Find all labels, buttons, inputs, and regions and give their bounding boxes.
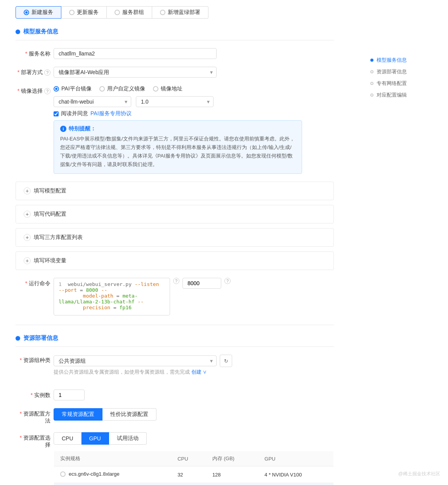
tab-normal-config[interactable]: 常规资源配置 xyxy=(54,408,102,421)
resource-group-row: 资源组种类 公共资源组 ↻ 提供公共资源组及专属资源组，如使用专属资源组，需先完… xyxy=(16,355,334,382)
nav-model-info[interactable]: 模型服务信息 xyxy=(370,54,432,66)
line-num: 1 xyxy=(59,281,62,287)
command-editor[interactable]: 1 webui/webui_server.py --listen --port … xyxy=(54,278,170,315)
radio-blue-green[interactable]: 新增蓝绿部署 xyxy=(152,6,208,19)
cmd-port-param: --port xyxy=(59,287,77,293)
cell-spec: ecs.gn6e-c12g1.3xlarge xyxy=(54,483,172,485)
cell-cpu: 12 xyxy=(171,483,206,485)
instances-input[interactable] xyxy=(54,390,85,400)
image-type-radio-group: PAI平台镜像 用户自定义镜像 镜像地址 xyxy=(54,85,334,92)
resource-group-select-wrap: 公共资源组 xyxy=(54,355,217,366)
addr-radio-circle xyxy=(153,86,158,92)
nav-config-edit[interactable]: 对应配置编辑 xyxy=(370,89,432,101)
nav-resource-info[interactable]: 资源部署信息 xyxy=(370,66,432,78)
pai-image-radio[interactable]: PAI平台镜像 xyxy=(54,85,92,92)
resource-group-label: 资源组种类 xyxy=(16,355,50,364)
radio-new-service[interactable]: 新建服务 xyxy=(16,6,61,19)
config-method-content: 常规资源配置 性价比资源配置 xyxy=(54,408,334,421)
nav-dot-2 xyxy=(370,70,373,73)
instances-label: 实例数 xyxy=(16,390,50,399)
collapse-code-config-header[interactable]: + 填写代码配置 xyxy=(16,205,333,223)
resource-config-select-content: CPU GPU 试用活动 实例规格 CPU 内存 (GB) GPU xyxy=(54,432,334,485)
collapse-model-config-header[interactable]: + 填写模型配置 xyxy=(16,182,333,200)
tab-cost-config[interactable]: 性价比资源配置 xyxy=(102,408,156,421)
command-row: 运行命令 1 webui/webui_server.py --listen --… xyxy=(16,278,334,315)
image-select-label: 镜像选择 ? xyxy=(16,85,50,95)
agreement-checkbox-row: 阅读并同意 PAI服务专用协议 xyxy=(54,110,334,117)
image-name-select[interactable]: chat-llm-webui xyxy=(54,96,131,107)
radio-circle xyxy=(69,10,75,15)
nav-network-config[interactable]: 专有网络配置 xyxy=(370,78,432,89)
deploy-method-content: 镜像部署AI-Web应用 xyxy=(54,67,334,78)
image-version-select-wrap: 1.0 xyxy=(136,96,214,107)
collapse-env-config: + 填写环境变量 xyxy=(16,251,334,270)
resource-section-header: 资源部署信息 xyxy=(16,334,334,347)
radio-circle xyxy=(160,10,165,15)
collapse-lib-plus-icon: + xyxy=(24,234,31,241)
cmd-base: webui/webui_server.py xyxy=(68,281,135,287)
agreement-link[interactable]: PAI服务专用协议 xyxy=(90,110,132,117)
top-radio-group[interactable]: 新建服务 更新服务 服务群组 新增蓝绿部署 xyxy=(16,6,334,19)
cell-mem: 92 xyxy=(206,483,258,485)
resource-section-dot xyxy=(16,336,20,341)
image-select-row: 镜像选择 ? PAI平台镜像 用户自定义镜像 镜像地址 xyxy=(16,85,334,174)
port-help-icon[interactable]: ? xyxy=(224,278,231,284)
tip-expand-icon[interactable]: ∨ xyxy=(203,369,207,375)
image-help-icon[interactable]: ? xyxy=(44,88,50,94)
cmd-eq2: = xyxy=(116,293,120,299)
notice-text: PAI-EAS中展示模型/数据集/文件均来源于第三方，阿里云不保证合规性。请您在… xyxy=(60,135,295,169)
radio-service-group[interactable]: 服务群组 xyxy=(107,6,152,19)
resource-group-select[interactable]: 公共资源组 xyxy=(54,355,217,366)
pai-radio-circle xyxy=(54,86,59,92)
collapse-lib-config-header[interactable]: + 填写三方库配置列表 xyxy=(16,229,333,246)
refresh-button[interactable]: ↻ xyxy=(220,355,232,367)
cell-spec: ecs.gn6v-c8g1.8xlarge xyxy=(54,466,172,483)
instances-content xyxy=(54,390,334,400)
resource-group-content: 公共资源组 ↻ 提供公共资源组及专属资源组，如使用专属资源组，需先完成 创建 ∨ xyxy=(54,355,334,382)
row-radio-0[interactable] xyxy=(60,471,66,477)
port-input[interactable] xyxy=(182,278,221,289)
collapse-plus-icon: + xyxy=(24,187,31,194)
service-name-row: 服务名称 xyxy=(16,48,334,59)
table-row[interactable]: ecs.gn6e-c12g1.3xlarge 12 92 1 * NVIDIA … xyxy=(54,483,334,485)
agreement-checkbox[interactable] xyxy=(54,111,59,116)
collapse-code-plus-icon: + xyxy=(24,211,31,218)
nav-dot-1 xyxy=(370,59,373,62)
image-version-select[interactable]: 1.0 xyxy=(136,96,214,107)
deploy-method-label: 部署方式 ? xyxy=(16,67,50,76)
resource-config-select-row: 资源配置选择 CPU GPU 试用活动 实例规格 CPU 内存 (GB) GP xyxy=(16,432,334,485)
custom-image-radio[interactable]: 用户自定义镜像 xyxy=(99,85,145,92)
watermark: @稀土掘金技术社区 xyxy=(398,471,440,477)
image-addr-radio[interactable]: 镜像地址 xyxy=(153,85,182,92)
config-method-label: 资源配置方法 xyxy=(16,408,50,424)
radio-circle xyxy=(24,10,29,15)
deploy-help-icon[interactable]: ? xyxy=(44,69,50,76)
collapse-env-config-header[interactable]: + 填写环境变量 xyxy=(16,252,333,270)
deploy-method-row: 部署方式 ? 镜像部署AI-Web应用 xyxy=(16,67,334,78)
th-gpu: GPU xyxy=(258,451,333,466)
create-link[interactable]: 创建 xyxy=(191,369,201,375)
radio-update-service[interactable]: 更新服务 xyxy=(61,6,107,19)
model-section-header: 模型服务信息 xyxy=(16,28,334,40)
deploy-method-select[interactable]: 镜像部署AI-Web应用 xyxy=(54,67,217,78)
collapse-code-config: + 填写代码配置 xyxy=(16,205,334,223)
config-method-row: 资源配置方法 常规资源配置 性价比资源配置 xyxy=(16,408,334,424)
resource-tip: 提供公共资源组及专属资源组，如使用专属资源组，需先完成 创建 ∨ xyxy=(54,369,334,376)
table-row[interactable]: ecs.gn6v-c8g1.8xlarge 32 128 4 * NVIDIA … xyxy=(54,466,334,483)
cell-gpu: 1 * NVIDIA V100 xyxy=(258,483,333,485)
tab-cpu[interactable]: CPU xyxy=(54,432,82,445)
tab-gpu[interactable]: GPU xyxy=(82,432,109,445)
cmd-eq: = xyxy=(80,287,83,293)
spec-name: ecs.gn6v-c8g1.8xlarge xyxy=(69,471,120,477)
nav-dot-3 xyxy=(370,82,373,85)
service-name-label: 服务名称 xyxy=(16,48,50,57)
tab-trial[interactable]: 试用活动 xyxy=(109,432,147,445)
section-dot-icon xyxy=(16,29,20,34)
notice-box: i 特别提醒： PAI-EAS中展示模型/数据集/文件均来源于第三方，阿里云不保… xyxy=(54,120,302,174)
resource-type-tabs: CPU GPU 试用活动 xyxy=(54,432,334,445)
collapse-env-plus-icon: + xyxy=(24,257,31,264)
collapse-model-config: + 填写模型配置 xyxy=(16,182,334,200)
service-name-input[interactable] xyxy=(54,48,217,59)
cell-cpu: 32 xyxy=(171,466,206,483)
cmd-help-icon[interactable]: ? xyxy=(173,278,179,284)
